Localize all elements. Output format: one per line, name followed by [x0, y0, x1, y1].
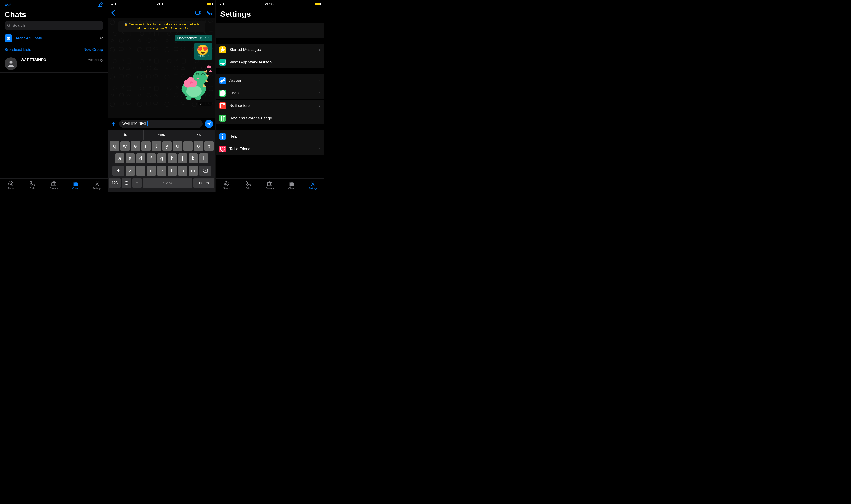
settings-row-whatsapp-web-desktop[interactable]: WhatsApp Web/Desktop› — [216, 56, 324, 69]
message-input[interactable]: WABETAINFO — [119, 120, 202, 128]
suggestion[interactable]: is — [108, 130, 144, 140]
key-p[interactable]: p — [205, 141, 214, 151]
search-input[interactable]: Search — [4, 21, 103, 30]
svg-point-29 — [224, 181, 229, 186]
key-t[interactable]: t — [152, 141, 161, 151]
key-s[interactable]: s — [126, 154, 135, 163]
settings-row-account[interactable]: Account› — [216, 74, 324, 87]
space-key[interactable]: space — [143, 178, 192, 188]
key-o[interactable]: o — [194, 141, 203, 151]
edit-button[interactable]: Edit — [4, 2, 11, 7]
encryption-text: Messages to this chat and calls are now … — [129, 23, 199, 30]
tab-status[interactable]: Status — [0, 179, 21, 192]
check-icon — [207, 37, 210, 39]
compose-icon[interactable] — [97, 2, 103, 7]
key-v[interactable]: v — [157, 166, 166, 176]
key-m[interactable]: m — [189, 166, 198, 176]
settings-row-help[interactable]: Help› — [216, 130, 324, 143]
tab-camera[interactable]: Camera — [259, 179, 281, 192]
signal-icon — [111, 2, 116, 5]
archived-label: Archived Chats — [16, 36, 99, 41]
settings-row-data-and-storage-usage[interactable]: Data and Storage Usage› — [216, 112, 324, 124]
suggestion[interactable]: was — [144, 130, 179, 140]
tab-calls[interactable]: Calls — [21, 179, 43, 192]
page-title: Settings — [216, 8, 324, 21]
video-call-button[interactable] — [195, 11, 202, 15]
tab-settings[interactable]: Settings — [86, 179, 108, 192]
svg-point-25 — [224, 103, 225, 105]
key-d[interactable]: d — [136, 154, 145, 163]
message-sticker[interactable] — [173, 61, 212, 100]
key-q[interactable]: q — [110, 141, 119, 151]
message-bubble-emoji[interactable]: 😍 21:15 — [194, 43, 212, 60]
status-time: 21:08 — [224, 2, 315, 6]
globe-key[interactable] — [122, 178, 131, 188]
key-k[interactable]: k — [189, 154, 198, 163]
key-u[interactable]: u — [173, 141, 182, 151]
shift-key[interactable] — [112, 166, 124, 176]
desktop-icon — [219, 59, 226, 66]
key-i[interactable]: i — [183, 141, 193, 151]
backspace-icon — [202, 169, 208, 173]
key-z[interactable]: z — [126, 166, 135, 176]
key-n[interactable]: n — [178, 166, 187, 176]
profile-row[interactable]: › — [216, 23, 324, 38]
tab-label: Chats — [288, 187, 295, 190]
key-y[interactable]: y — [162, 141, 172, 151]
heart-icon — [219, 146, 226, 152]
tab-label: Calls — [30, 187, 35, 190]
back-button[interactable] — [111, 10, 115, 16]
settings-row-chats[interactable]: Chats› — [216, 87, 324, 100]
key-a[interactable]: a — [115, 154, 124, 163]
attach-button[interactable]: ＋ — [110, 119, 117, 128]
tab-chats[interactable]: Chats — [281, 179, 302, 192]
new-group-button[interactable]: New Group — [83, 48, 103, 52]
key-h[interactable]: h — [167, 154, 177, 163]
tab-calls[interactable]: Calls — [237, 179, 259, 192]
svg-point-5 — [8, 181, 13, 186]
svg-rect-21 — [137, 181, 138, 183]
svg-point-3 — [10, 61, 12, 64]
backspace-key[interactable] — [199, 166, 211, 176]
chat-row[interactable]: WABETAINFO Yesterday — [0, 55, 108, 73]
settings-list: Starred Messages›WhatsApp Web/Desktop› A… — [216, 38, 324, 155]
key-b[interactable]: b — [167, 166, 177, 176]
settings-row-notifications[interactable]: Notifications› — [216, 100, 324, 112]
svg-point-1 — [7, 24, 10, 26]
send-button[interactable] — [205, 120, 213, 128]
settings-row-tell-a-friend[interactable]: Tell a Friend› — [216, 143, 324, 155]
settings-row-starred-messages[interactable]: Starred Messages› — [216, 43, 324, 56]
key-f[interactable]: f — [147, 154, 156, 163]
settings-label: Notifications — [229, 103, 319, 108]
broadcast-lists-button[interactable]: Broadcast Lists — [4, 48, 31, 52]
key-e[interactable]: e — [131, 141, 140, 151]
voice-call-button[interactable] — [207, 10, 212, 16]
archived-chats-row[interactable]: Archived Chats 32 — [0, 32, 108, 45]
tab-chats[interactable]: Chats — [65, 179, 86, 192]
status-bar: 21:16 — [108, 0, 215, 8]
key-w[interactable]: w — [120, 141, 129, 151]
key-x[interactable]: x — [136, 166, 145, 176]
message-time: 21:15 — [198, 102, 212, 106]
key-r[interactable]: r — [141, 141, 150, 151]
tab-label: Status — [223, 187, 230, 190]
svg-rect-2 — [7, 37, 10, 38]
mic-key[interactable] — [132, 178, 142, 188]
key-j[interactable]: j — [178, 154, 187, 163]
key-l[interactable]: l — [199, 154, 208, 163]
svg-point-26 — [222, 134, 224, 136]
encryption-banner[interactable]: 🔒 Messages to this chat and calls are no… — [118, 20, 205, 32]
chat-time: Yesterday — [88, 58, 103, 61]
tab-camera[interactable]: Camera — [43, 179, 65, 192]
key-g[interactable]: g — [157, 154, 166, 163]
message-bubble[interactable]: Dark theme? 21:15 — [175, 35, 212, 41]
tab-status[interactable]: Status — [216, 179, 237, 192]
return-key[interactable]: return — [193, 178, 214, 188]
key-c[interactable]: c — [147, 166, 156, 176]
numbers-key[interactable]: 123 — [109, 178, 121, 188]
svg-point-8 — [96, 183, 98, 185]
person-icon — [6, 59, 16, 68]
settings-screen: 21:08 Settings › Starred Messages›WhatsA… — [216, 0, 324, 192]
tab-settings[interactable]: Settings — [302, 179, 324, 192]
suggestion[interactable]: has — [180, 130, 215, 140]
